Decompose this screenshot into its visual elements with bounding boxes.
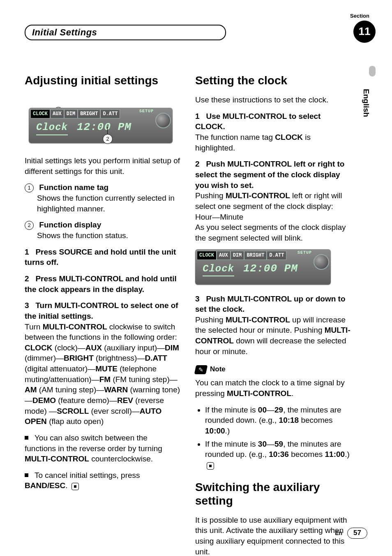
note-list: If the minute is 00—29, the minutes are … [195, 405, 351, 470]
step-1: 1 Press SOURCE and hold until the unit t… [25, 247, 180, 268]
circled-2-icon: 2 [25, 221, 34, 230]
lcd-tab-datt: D.ATT [100, 109, 120, 118]
lcd-tab-aux: AUX [50, 109, 64, 118]
clock-step-2: 2 Push MULTI-CONTROL left or right to se… [195, 159, 351, 243]
legend-1-body: Shows the function currently selected in… [37, 193, 180, 214]
clock-step-1: 1 Use MULTI-CONTROL to select CLOCK. The… [195, 111, 351, 153]
aux-body: It is possible to use auxiliary equipmen… [195, 515, 351, 556]
lcd-tab-dim: DIM [64, 109, 78, 118]
heading-setting-the-clock: Setting the clock [195, 74, 351, 87]
legend-item-2: 2 Function display Shows the function st… [25, 220, 180, 241]
step-3: 3 Turn MULTI-CONTROL to select one of th… [25, 300, 180, 427]
lcd-function-name: Clock [203, 262, 234, 276]
step-2: 2 Press MULTI-CONTROL and hold until the… [25, 273, 180, 294]
section-title-pill: Initial Settings [25, 25, 226, 40]
lcd-function-name: Clock [36, 121, 68, 135]
callout-2: 2 [103, 134, 113, 144]
callout-2-line [107, 126, 108, 134]
lcd-tab-clock: CLOCK [30, 109, 50, 118]
lcd-tab-bright: BRIGHT [78, 109, 100, 118]
note-label: Note [210, 365, 226, 374]
section-number-badge: 11 [353, 21, 376, 43]
note-intro: You can match the clock to a time signal… [195, 378, 351, 398]
end-icon [207, 462, 214, 470]
note-item-2: If the minute is 30—59, the minutes are … [205, 439, 351, 470]
note-icon: ✎ [194, 365, 208, 374]
note-heading: ✎ Note [195, 365, 351, 374]
lcd-tab-bright: BRIGHT [244, 251, 267, 260]
lcd-illustration: 1 SETUP CLOCK AUX DIM BRIGHT D.ATT Clock… [29, 108, 173, 143]
note-item-1: If the minute is 00—29, the minutes are … [205, 405, 351, 436]
tab-stub [369, 66, 376, 76]
legend-1-title: Function name tag [39, 183, 108, 192]
lcd-setup-tag: SETUP [139, 109, 154, 114]
heading-switching-auxiliary: Switching the auxiliary setting [195, 481, 351, 507]
legend-2-body: Shows the function status. [37, 230, 180, 241]
language-tab: English [360, 78, 372, 127]
end-icon [71, 483, 79, 490]
clock-step-3: 3 Push MULTI-CONTROL up or down to set t… [195, 294, 351, 357]
lcd-screen-small: SETUP CLOCK AUX DIM BRIGHT D.ATT Clock 1… [195, 249, 331, 285]
tip-reverse-order: You can also switch between the function… [25, 433, 180, 464]
tip-cancel: To cancel initial settings, press BAND/E… [25, 470, 180, 491]
square-bullet-icon [25, 436, 28, 440]
legend-2-title: Function display [39, 220, 101, 229]
lcd-function-value: 12:00 PM [77, 120, 131, 134]
footer-page-number: 57 [347, 528, 367, 539]
section-label: Section [350, 12, 369, 20]
lcd-knob-icon [156, 114, 170, 127]
right-column: Setting the clock Use these instructions… [195, 74, 351, 556]
lcd-tab-datt: D.ATT [267, 251, 286, 260]
lcd-setup-tag: SETUP [297, 250, 312, 256]
footer-lang: En [335, 529, 342, 537]
circled-1-icon: 1 [25, 183, 34, 192]
lcd-illustration-small: SETUP CLOCK AUX DIM BRIGHT D.ATT Clock 1… [195, 249, 331, 285]
language-tab-label: English [361, 89, 371, 117]
square-bullet-icon [25, 473, 28, 477]
lcd-knob-icon [314, 255, 328, 269]
clock-intro: Use these instructions to set the clock. [195, 95, 351, 105]
lcd-tab-clock: CLOCK [197, 251, 217, 260]
lcd-tab-aux: AUX [217, 251, 231, 260]
intro-text: Initial settings lets you perform initia… [25, 155, 180, 176]
lcd-function-value: 12:00 PM [243, 262, 298, 276]
lcd-screen: SETUP CLOCK AUX DIM BRIGHT D.ATT Clock 1… [29, 108, 173, 143]
page-footer: En 57 [335, 528, 367, 539]
lcd-tab-dim: DIM [231, 251, 244, 260]
heading-adjusting-initial-settings: Adjusting initial settings [25, 74, 180, 87]
left-column: Adjusting initial settings 1 SETUP CLOCK… [25, 74, 180, 556]
legend-item-1: 1 Function name tag Shows the function c… [25, 182, 180, 214]
